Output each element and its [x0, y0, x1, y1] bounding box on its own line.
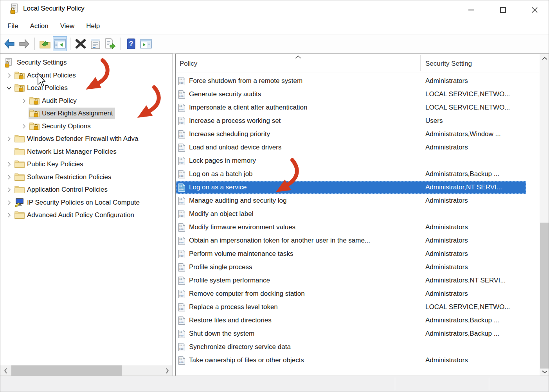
policy-row-profile-single-process[interactable]: 10 010 Profile single process Administra… — [176, 261, 526, 274]
expand-chevron-icon[interactable] — [4, 212, 14, 219]
policy-row-modify-an-object-label[interactable]: 10 010 Modify an object label — [176, 207, 526, 221]
scroll-right-button[interactable] — [162, 365, 172, 376]
properties-button[interactable] — [88, 36, 103, 51]
policy-row-generate-security-audits[interactable]: 10 010 Generate security audits LOCAL SE… — [176, 88, 526, 101]
policy-document-icon: 10 010 — [178, 77, 186, 86]
scroll-left-button[interactable] — [0, 365, 11, 376]
vertical-scrollbar-thumb[interactable] — [540, 223, 549, 369]
svg-text:10: 10 — [179, 264, 182, 267]
tree-item-security-options[interactable]: Security Options — [0, 120, 173, 133]
svg-text:010: 010 — [179, 162, 184, 164]
menu-action[interactable]: Action — [30, 22, 48, 30]
tree-item-ip-security-policies-on-local-compute[interactable]: IP Security Policies on Local Compute — [0, 196, 173, 209]
tree-item-security-settings[interactable]: Security Settings — [0, 56, 173, 69]
policy-row-log-on-as-a-service[interactable]: 10 010 Log on as a service Administrator… — [176, 181, 526, 194]
policy-row-lock-pages-in-memory[interactable]: 10 010 Lock pages in memory — [176, 154, 526, 167]
scroll-down-button[interactable] — [540, 367, 549, 376]
column-header-policy[interactable]: Policy — [180, 60, 197, 68]
expand-chevron-icon[interactable] — [4, 186, 14, 193]
expand-chevron-icon[interactable] — [4, 85, 14, 92]
maximize-button[interactable] — [494, 4, 512, 16]
policy-row-shut-down-the-system[interactable]: 10 010 Shut down the system Administrato… — [176, 327, 526, 340]
menu-view[interactable]: View — [60, 22, 75, 30]
tree-item-icon — [14, 160, 25, 169]
policy-security-setting: Administrators — [425, 356, 526, 364]
policy-name: Obtain an impersonation token for anothe… — [189, 237, 425, 245]
expand-chevron-icon[interactable] — [19, 123, 29, 130]
tree-item-icon — [29, 122, 40, 131]
policy-row-obtain-an-impersonation-token-for-another-user-in-the-same[interactable]: 10 010 Obtain an impersonation token for… — [176, 234, 526, 247]
scroll-up-button[interactable] — [540, 54, 549, 63]
tree-item-user-rights-assignment[interactable]: User Rights Assignment — [0, 107, 173, 120]
svg-text:10: 10 — [179, 105, 182, 108]
show-console-tree-button[interactable] — [53, 36, 67, 51]
policy-row-replace-a-process-level-token[interactable]: 10 010 Replace a process level token LOC… — [176, 300, 526, 314]
help-button[interactable]: ? — [124, 36, 138, 51]
up-one-level-button[interactable] — [38, 36, 52, 51]
expand-chevron-icon[interactable] — [19, 97, 29, 104]
export-list-button[interactable] — [103, 36, 117, 51]
policy-row-synchronize-directory-service-data[interactable]: 10 010 Synchronize directory service dat… — [176, 340, 526, 354]
expand-chevron-icon[interactable] — [4, 161, 14, 168]
tree-item-network-list-manager-policies[interactable]: Network List Manager Policies — [0, 146, 173, 158]
tree-item-icon — [14, 198, 25, 207]
expand-chevron-icon[interactable] — [4, 174, 14, 181]
policy-row-perform-volume-maintenance-tasks[interactable]: 10 010 Perform volume maintenance tasks … — [176, 247, 526, 261]
tree-item-audit-policy[interactable]: Audit Policy — [0, 95, 173, 108]
policy-security-setting: Administrators,Window ... — [425, 130, 526, 138]
policy-row-modify-firmware-environment-values[interactable]: 10 010 Modify firmware environment value… — [176, 221, 526, 234]
menu-help[interactable]: Help — [86, 22, 100, 30]
expand-chevron-icon[interactable] — [4, 148, 14, 155]
policy-document-icon: 10 010 — [178, 329, 186, 338]
expand-chevron-icon[interactable] — [4, 72, 14, 79]
delete-button[interactable] — [74, 36, 88, 51]
policy-row-restore-files-and-directories[interactable]: 10 010 Restore files and directories Adm… — [176, 314, 526, 327]
svg-text:10: 10 — [179, 92, 182, 94]
svg-text:010: 010 — [179, 361, 184, 364]
forward-button[interactable] — [17, 36, 31, 51]
horizontal-scrollbar-thumb[interactable] — [11, 365, 122, 376]
tree-item-advanced-audit-policy-configuration[interactable]: Advanced Audit Policy Configuration — [0, 209, 173, 222]
policy-security-setting: Administrators — [425, 290, 526, 298]
policy-row-load-and-unload-device-drivers[interactable]: 10 010 Load and unload device drivers Ad… — [176, 141, 526, 154]
tree-item-public-key-policies[interactable]: Public Key Policies — [0, 158, 173, 171]
expand-chevron-icon[interactable] — [4, 199, 14, 206]
column-divider[interactable] — [420, 55, 421, 71]
svg-text:10: 10 — [179, 278, 182, 281]
expand-chevron-icon[interactable] — [19, 110, 29, 117]
close-button[interactable] — [526, 4, 544, 16]
tree-item-local-policies[interactable]: Local Policies — [0, 82, 173, 95]
back-button[interactable] — [2, 36, 16, 51]
svg-text:010: 010 — [179, 321, 184, 324]
svg-text:010: 010 — [179, 148, 184, 151]
column-header-security-setting[interactable]: Security Setting — [425, 60, 472, 68]
policy-row-log-on-as-a-batch-job[interactable]: 10 010 Log on as a batch job Administrat… — [176, 167, 526, 181]
policy-document-icon: 10 010 — [178, 183, 186, 192]
tree-item-software-restriction-policies[interactable]: Software Restriction Policies — [0, 171, 173, 184]
policy-row-increase-a-process-working-set[interactable]: 10 010 Increase a process working set Us… — [176, 114, 526, 128]
tree-item-application-control-policies[interactable]: Application Control Policies — [0, 183, 173, 196]
policy-row-manage-auditing-and-security-log[interactable]: 10 010 Manage auditing and security log … — [176, 194, 526, 207]
svg-text:10: 10 — [179, 291, 182, 294]
expand-chevron-icon[interactable] — [4, 135, 14, 142]
menu-file[interactable]: File — [7, 22, 18, 30]
policy-row-force-shutdown-from-a-remote-system[interactable]: 10 010 Force shutdown from a remote syst… — [176, 74, 526, 88]
policy-document-icon: 10 010 — [178, 303, 186, 312]
tree-item-icon — [14, 173, 25, 182]
policy-row-take-ownership-of-files-or-other-objects[interactable]: 10 010 Take ownership of files or other … — [176, 354, 526, 367]
show-action-pane-button[interactable] — [139, 36, 153, 51]
list-vertical-scrollbar[interactable] — [540, 54, 549, 376]
policy-row-profile-system-performance[interactable]: 10 010 Profile system performance Admini… — [176, 274, 526, 287]
tree-item-icon — [4, 58, 15, 67]
policy-row-increase-scheduling-priority[interactable]: 10 010 Increase scheduling priority Admi… — [176, 128, 526, 141]
policy-name: Modify firmware environment values — [189, 223, 425, 231]
minimize-button[interactable] — [462, 4, 480, 16]
policy-row-remove-computer-from-docking-station[interactable]: 10 010 Remove computer from docking stat… — [176, 287, 526, 300]
policy-name: Profile single process — [189, 263, 425, 271]
policy-row-impersonate-a-client-after-authentication[interactable]: 10 010 Impersonate a client after authen… — [176, 101, 526, 114]
tree-horizontal-scrollbar[interactable] — [0, 365, 172, 376]
tree-item-windows-defender-firewall-with-adva[interactable]: Windows Defender Firewall with Adva — [0, 133, 173, 146]
svg-text:?: ? — [129, 40, 133, 48]
policy-document-icon: 10 010 — [178, 290, 186, 298]
tree-item-account-policies[interactable]: Account Policies — [0, 69, 173, 82]
